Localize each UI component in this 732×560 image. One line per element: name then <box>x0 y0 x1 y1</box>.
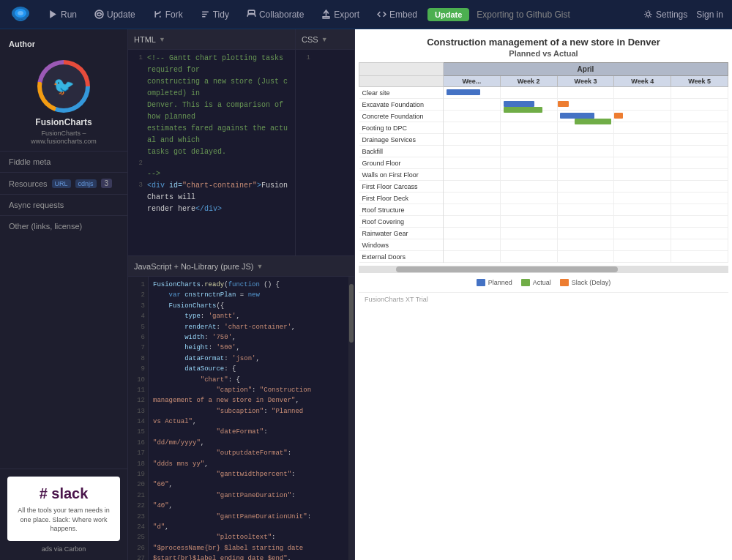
gantt-cell <box>557 181 614 193</box>
update-nav-label: Update <box>107 10 135 20</box>
tidy-label: Tidy <box>213 10 229 20</box>
gantt-cell <box>444 99 501 111</box>
gantt-cell <box>614 99 671 111</box>
code-line: Denver. This is a comparison of how plan… <box>131 100 292 123</box>
js-scrollbar[interactable] <box>348 277 354 560</box>
gantt-cell <box>500 239 557 251</box>
css-panel-header[interactable]: CSS ▼ <box>296 29 354 50</box>
table-row: Windows <box>359 239 728 251</box>
ad-slot: # slack All the tools your team needs in… <box>0 468 127 560</box>
gantt-cell <box>614 87 671 99</box>
gantt-cell <box>444 216 501 228</box>
gantt-week-2: Week 2 <box>500 76 557 87</box>
task-name: First Floor Deck <box>359 193 444 204</box>
signin-button[interactable]: Sign in <box>696 10 723 20</box>
gantt-cell <box>671 99 728 111</box>
svg-marker-3 <box>50 10 56 18</box>
run-label: Run <box>61 10 77 20</box>
bar-planned <box>504 101 534 107</box>
gantt-cell <box>500 251 557 263</box>
gantt-cell <box>614 122 671 134</box>
gantt-cell <box>614 193 671 204</box>
gantt-legend: Planned Actual Slack (Delay) <box>359 273 728 292</box>
export-label: Export <box>334 10 359 20</box>
task-name: Concrete Foundation <box>359 111 444 122</box>
gantt-cell <box>614 251 671 263</box>
gantt-cell <box>444 239 501 251</box>
code-panels: HTML ▼ 1 <!-- Gantt chart plotting tasks… <box>128 29 355 560</box>
embed-label: Embed <box>389 10 417 20</box>
gantt-cell <box>444 111 501 122</box>
bar-slack <box>558 101 569 107</box>
legend-planned-label: Planned <box>488 279 512 286</box>
js-code-text: FusionCharts.ready(function () { var cns… <box>149 277 354 560</box>
collaborate-button[interactable]: Collaborate <box>239 7 311 23</box>
gantt-cell <box>557 204 614 216</box>
run-button[interactable]: Run <box>41 7 84 23</box>
gantt-cell <box>671 169 728 181</box>
preview-footer: FusionCharts XT Trial <box>359 292 728 306</box>
embed-button[interactable]: Embed <box>370 7 425 23</box>
export-button[interactable]: Export <box>314 7 367 23</box>
gantt-cell <box>614 169 671 181</box>
gantt-cell <box>557 87 614 99</box>
gantt-cell <box>671 157 728 169</box>
gantt-week-5: Week 5 <box>671 76 728 87</box>
gantt-cell <box>671 204 728 216</box>
fork-button[interactable]: Fork <box>146 7 190 23</box>
gantt-subtitle: Planned vs Actual <box>359 49 728 58</box>
task-name: Excavate Foundation <box>359 99 444 111</box>
update-nav-button[interactable]: Update <box>87 7 143 23</box>
gantt-cell <box>444 204 501 216</box>
gantt-cell <box>500 157 557 169</box>
tidy-button[interactable]: Tidy <box>193 7 236 23</box>
js-panel-header[interactable]: JavaScript + No-Library (pure JS) ▼ <box>128 256 354 277</box>
sidebar-item-resources[interactable]: Resources URL cdnjs 3 <box>0 172 127 194</box>
gantt-cell <box>444 228 501 239</box>
bar-planned <box>447 89 480 95</box>
gantt-cell <box>614 134 671 146</box>
code-line: render here</div> <box>131 204 292 215</box>
gantt-title: Construction management of a new store i… <box>359 37 728 48</box>
table-row: First Floor Carcass <box>359 181 728 193</box>
gantt-cell <box>557 251 614 263</box>
ad-via: ads via Carbon <box>7 545 120 553</box>
left-sidebar: Author 🐦 FusionCharts FusionCharts – www… <box>0 29 128 560</box>
js-code-content[interactable]: 1234567891011121314151617181920212223242… <box>128 277 354 560</box>
js-scrollbar-thumb[interactable] <box>349 284 354 343</box>
gantt-cell <box>500 99 557 111</box>
update-gist-button[interactable]: Update <box>427 8 469 21</box>
task-name: Footing to DPC <box>359 122 444 134</box>
table-row: Clear site <box>359 87 728 99</box>
css-code-content[interactable]: 1 <box>296 50 354 255</box>
sidebar-item-fiddle-meta[interactable]: Fiddle meta <box>0 151 127 172</box>
table-row: External Doors <box>359 251 728 263</box>
table-row: Ground Floor <box>359 157 728 169</box>
gantt-cell <box>444 134 501 146</box>
gantt-cell <box>557 99 614 111</box>
gantt-scrollbar[interactable] <box>359 266 728 273</box>
js-line-numbers: 1234567891011121314151617181920212223242… <box>128 277 149 560</box>
gantt-cell <box>500 193 557 204</box>
gantt-cell <box>444 87 501 99</box>
gantt-scrollbar-thumb[interactable] <box>396 266 618 272</box>
settings-button[interactable]: Settings <box>643 10 687 20</box>
legend-planned: Planned <box>477 279 512 286</box>
gantt-cell <box>500 204 557 216</box>
bar-planned <box>560 113 594 119</box>
gantt-cell <box>614 216 671 228</box>
sidebar-item-async[interactable]: Async requests <box>0 194 127 215</box>
css-label: CSS <box>302 35 318 44</box>
code-line: 2 <box>131 158 292 168</box>
resources-cdnjs-tag: cdnjs <box>75 179 97 188</box>
ad-box[interactable]: # slack All the tools your team needs in… <box>7 477 120 541</box>
sidebar-item-other[interactable]: Other (links, license) <box>0 215 127 236</box>
gantt-cell <box>671 251 728 263</box>
code-line: --> <box>131 168 292 180</box>
html-panel-header[interactable]: HTML ▼ <box>128 29 295 50</box>
html-label: HTML <box>134 35 156 44</box>
gantt-cell <box>671 134 728 146</box>
code-line: 3 <div id="chart-container">FusionCharts… <box>131 180 292 204</box>
html-code-content[interactable]: 1 <!-- Gantt chart plotting tasks requir… <box>128 50 295 255</box>
gantt-cell <box>444 181 501 193</box>
